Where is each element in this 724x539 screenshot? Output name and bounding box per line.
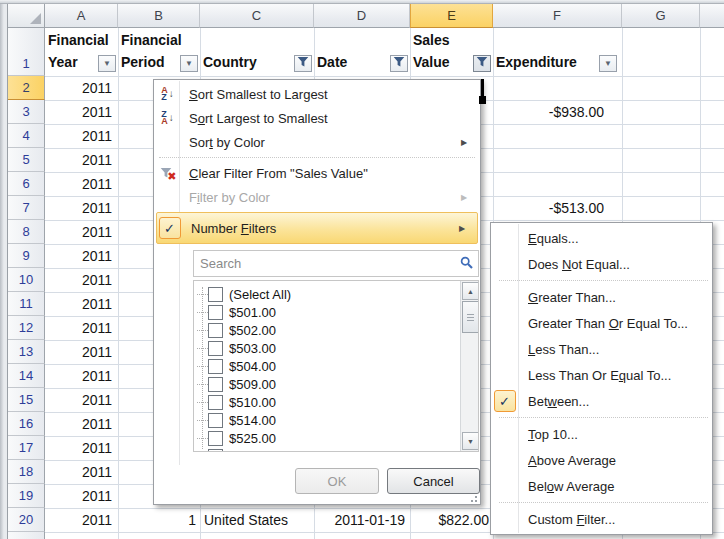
header-cell-sales-value[interactable]: Sales Value	[410, 28, 493, 76]
row-header-16[interactable]: 16	[8, 412, 45, 436]
cell-e20[interactable]: $822.00	[410, 508, 489, 532]
checkbox[interactable]	[208, 305, 223, 320]
row-header-2[interactable]: 2	[8, 76, 45, 100]
filter-dropdown-button-expenditure[interactable]: ▼	[599, 55, 617, 72]
menu-item-clear-filter-from-sales-value[interactable]: ✖Clear Filter From "Sales Value"	[155, 161, 479, 185]
row-header-5[interactable]: 5	[8, 148, 45, 172]
checkbox[interactable]	[208, 413, 223, 428]
header-cell-financial-period[interactable]: Financial Period ▼	[118, 28, 200, 76]
cell-year-row-5[interactable]: 2011	[45, 148, 112, 172]
cancel-button[interactable]: Cancel	[387, 468, 480, 494]
filter-dropdown-button-sales-value[interactable]	[473, 55, 491, 72]
cell-year-row-3[interactable]: 2011	[45, 100, 112, 124]
submenu-item-above-average[interactable]: Above Average	[491, 447, 712, 473]
filter-dropdown-button-financial-year[interactable]: ▼	[98, 55, 116, 72]
filter-dropdown-button-financial-period[interactable]: ▼	[180, 55, 198, 72]
row-header-12[interactable]: 12	[8, 316, 45, 340]
cell-year-row-6[interactable]: 2011	[45, 172, 112, 196]
cell-year-row-13[interactable]: 2011	[45, 340, 112, 364]
filter-dropdown-button-country[interactable]	[294, 55, 312, 72]
submenu-item-does-not-equal[interactable]: Does Not Equal...	[491, 251, 712, 277]
column-header-D[interactable]: D	[314, 4, 410, 28]
cell-year-row-18[interactable]: 2011	[45, 460, 112, 484]
scroll-up-button[interactable]: ▲	[462, 282, 479, 300]
submenu-item-top-10[interactable]: Top 10...	[491, 421, 712, 447]
header-cell-financial-year[interactable]: Financial Year ▼	[45, 28, 118, 76]
submenu-item-less-than-or-equal-to[interactable]: Less Than Or Equal To...	[491, 362, 712, 388]
checkbox[interactable]	[208, 395, 223, 410]
cell-year-row-14[interactable]: 2011	[45, 364, 112, 388]
list-item-503-00[interactable]: $503.00	[194, 339, 276, 357]
row-header-11[interactable]: 11	[8, 292, 45, 316]
cell-year-row-9[interactable]: 2011	[45, 244, 112, 268]
row-header-10[interactable]: 10	[8, 268, 45, 292]
submenu-item-greater-than[interactable]: Greater Than...	[491, 284, 712, 310]
header-cell-expenditure[interactable]: Expenditure ▼	[493, 28, 622, 76]
list-item-509-00[interactable]: $509.00	[194, 375, 276, 393]
column-header-E[interactable]: E	[410, 4, 493, 28]
list-item-510-00[interactable]: $510.00	[194, 393, 276, 411]
checkbox[interactable]	[208, 323, 223, 338]
row-header-partial[interactable]	[8, 532, 45, 539]
list-item-501-00[interactable]: $501.00	[194, 303, 276, 321]
search-icon[interactable]	[460, 256, 474, 270]
row-header-1[interactable]: 1	[8, 28, 45, 76]
list-item-502-00[interactable]: $502.00	[194, 321, 276, 339]
row-header-3[interactable]: 3	[8, 100, 45, 124]
cell-year-row-8[interactable]: 2011	[45, 220, 112, 244]
cell-year-row-19[interactable]: 2011	[45, 484, 112, 508]
cell-year-row-12[interactable]: 2011	[45, 316, 112, 340]
cell-year-row-10[interactable]: 2011	[45, 268, 112, 292]
column-header-F[interactable]: F	[493, 4, 622, 28]
header-cell-country[interactable]: Country	[200, 28, 314, 76]
cell-b20[interactable]: 1	[118, 508, 196, 532]
column-header-A[interactable]: A	[45, 4, 118, 28]
submenu-item-less-than[interactable]: Less Than...	[491, 336, 712, 362]
submenu-item-greater-than-or-equal-to[interactable]: Greater Than Or Equal To...	[491, 310, 712, 336]
cell-f7-expenditure[interactable]: -$513.00	[493, 196, 604, 220]
column-header-partial[interactable]	[700, 4, 724, 28]
list-item-514-00[interactable]: $514.00	[194, 411, 276, 429]
checkbox[interactable]	[208, 431, 223, 446]
active-cell-fill-handle[interactable]	[479, 96, 486, 104]
list-item-525-00[interactable]: $525.00	[194, 429, 276, 447]
filter-dropdown-button-date[interactable]	[390, 55, 408, 72]
list-item-partial[interactable]	[194, 447, 229, 452]
row-header-18[interactable]: 18	[8, 460, 45, 484]
cell-year-row-7[interactable]: 2011	[45, 196, 112, 220]
row-header-17[interactable]: 17	[8, 436, 45, 460]
list-item-504-00[interactable]: $504.00	[194, 357, 276, 375]
row-header-13[interactable]: 13	[8, 340, 45, 364]
checkbox[interactable]	[208, 449, 223, 453]
row-header-20[interactable]: 20	[8, 508, 45, 532]
list-item-select-all[interactable]: (Select All)	[194, 285, 291, 303]
menu-item-sort-smallest-to-largest[interactable]: AZ↓Sort Smallest to Largest	[155, 82, 479, 106]
scrollbar[interactable]: ▲ ▼	[460, 281, 478, 451]
scrollbar-thumb[interactable]	[462, 301, 479, 333]
column-header-B[interactable]: B	[118, 4, 200, 28]
submenu-item-between[interactable]: ✓Between...	[491, 388, 712, 414]
submenu-item-equals[interactable]: Equals...	[491, 225, 712, 251]
row-header-4[interactable]: 4	[8, 124, 45, 148]
cell-year-row-11[interactable]: 2011	[45, 292, 112, 316]
cell-year-row-4[interactable]: 2011	[45, 124, 112, 148]
row-header-15[interactable]: 15	[8, 388, 45, 412]
submenu-item-below-average[interactable]: Below Average	[491, 473, 712, 499]
submenu-item-custom-filter[interactable]: Custom Filter...	[491, 506, 712, 532]
row-header-19[interactable]: 19	[8, 484, 45, 508]
search-box[interactable]	[193, 250, 479, 277]
column-header-G[interactable]: G	[622, 4, 700, 28]
row-header-9[interactable]: 9	[8, 244, 45, 268]
cell-year-row-17[interactable]: 2011	[45, 436, 112, 460]
cell-f3-expenditure[interactable]: -$938.00	[493, 100, 604, 124]
cell-year-row-16[interactable]: 2011	[45, 412, 112, 436]
cell-c20[interactable]: United States	[204, 508, 312, 532]
menu-item-number-filters[interactable]: ✓Number Filters▶	[156, 212, 478, 244]
checkbox[interactable]	[208, 359, 223, 374]
scroll-down-button[interactable]: ▼	[462, 432, 479, 450]
cell-year-row-2[interactable]: 2011	[45, 76, 112, 100]
cell-year-row-20[interactable]: 2011	[45, 508, 112, 532]
row-header-6[interactable]: 6	[8, 172, 45, 196]
row-header-8[interactable]: 8	[8, 220, 45, 244]
row-header-7[interactable]: 7	[8, 196, 45, 220]
